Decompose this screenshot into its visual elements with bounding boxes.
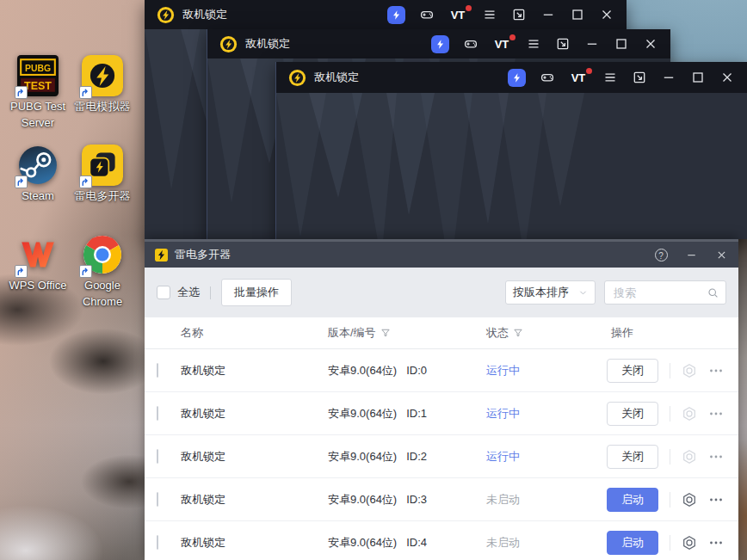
popout-icon[interactable]	[631, 69, 647, 87]
instance-name: 敌机锁定	[181, 406, 328, 422]
more-options-icon[interactable]	[708, 492, 724, 508]
boost-icon[interactable]	[387, 6, 405, 24]
desktop-wallpaper: PUBGTEST PUBG Test Server 雷电模拟器 Steam 雷电…	[0, 0, 747, 560]
table-row: 敌机锁定 安卓9.0(64位)ID:3 未启动 启动	[145, 478, 738, 521]
instance-version: 安卓9.0(64位)	[328, 406, 397, 422]
popout-icon[interactable]	[510, 6, 527, 24]
action-divider	[670, 363, 670, 378]
minimize-button[interactable]	[540, 6, 556, 24]
gamepad-icon[interactable]	[539, 69, 555, 87]
sort-dropdown[interactable]: 按版本排序	[505, 280, 596, 305]
desktop-icon-label: WPS Office	[1, 278, 75, 294]
instance-name: 敌机锁定	[181, 535, 328, 551]
close-button[interactable]	[714, 248, 728, 262]
minimize-button[interactable]	[660, 69, 676, 87]
manager-toolbar: 全选 批量操作 按版本排序	[145, 268, 738, 317]
row-checkbox[interactable]	[157, 363, 158, 378]
minimize-button[interactable]	[583, 35, 600, 53]
boost-icon[interactable]	[431, 35, 449, 53]
settings-gear-icon[interactable]	[682, 535, 697, 551]
more-options-icon[interactable]	[708, 363, 724, 378]
version-filter-icon[interactable]	[380, 328, 391, 338]
settings-gear-icon[interactable]	[682, 492, 697, 508]
row-checkbox[interactable]	[157, 492, 158, 507]
status-filter-icon[interactable]	[513, 328, 523, 338]
settings-gear-icon[interactable]	[682, 449, 697, 465]
manager-titlebar[interactable]: 雷电多开器 ?	[145, 242, 738, 268]
instance-id: ID:2	[406, 450, 427, 463]
sort-dropdown-value: 按版本排序	[513, 285, 569, 300]
desktop-icon-ld-multiplayer[interactable]: 雷电多开器	[65, 145, 139, 205]
svg-text:PUBG: PUBG	[25, 64, 51, 73]
maximize-button[interactable]	[569, 6, 585, 24]
desktop-icon-label: 雷电模拟器	[65, 99, 139, 115]
toolbar-divider	[210, 286, 211, 299]
settings-gear-icon[interactable]	[682, 406, 697, 422]
row-checkbox[interactable]	[157, 449, 158, 464]
search-input[interactable]	[612, 286, 707, 300]
desktop-icon-wps-office[interactable]: WPS Office	[1, 234, 75, 294]
vt-badge[interactable]: VT	[568, 69, 589, 87]
maximize-button[interactable]	[613, 35, 629, 53]
search-icon	[707, 287, 719, 298]
steam-icon	[17, 145, 59, 186]
table-row: 敌机锁定 安卓9.0(64位)ID:0 运行中 关闭	[145, 349, 738, 392]
row-checkbox[interactable]	[157, 406, 158, 421]
emulator-titlebar[interactable]: 敌机锁定 VT	[145, 0, 627, 29]
start-instance-button[interactable]: 启动	[607, 488, 658, 512]
instance-id: ID:1	[406, 407, 427, 420]
vt-badge[interactable]: VT	[448, 6, 468, 24]
desktop-icon-steam[interactable]: Steam	[1, 145, 75, 205]
more-options-icon[interactable]	[708, 406, 724, 422]
desktop-icon-label: PUBG Test Server	[1, 99, 75, 132]
row-checkbox[interactable]	[157, 535, 158, 550]
gamepad-icon[interactable]	[462, 35, 478, 53]
emulator-titlebar[interactable]: 敌机锁定 VT	[207, 29, 670, 58]
help-button[interactable]: ?	[654, 248, 668, 262]
more-options-icon[interactable]	[708, 535, 724, 551]
header-status: 状态	[486, 325, 509, 341]
start-instance-button[interactable]: 启动	[607, 531, 658, 555]
table-row: 敌机锁定 安卓9.0(64位)ID:1 运行中 关闭	[145, 392, 738, 435]
svg-text:TEST: TEST	[24, 80, 52, 92]
popout-icon[interactable]	[554, 35, 571, 53]
notification-dot	[466, 5, 472, 11]
maximize-button[interactable]	[689, 69, 706, 87]
instance-version: 安卓9.0(64位)	[328, 363, 397, 378]
vt-badge[interactable]: VT	[491, 35, 512, 53]
header-action: 操作	[607, 325, 633, 341]
desktop-icon-google-chrome[interactable]: Google Chrome	[65, 234, 139, 311]
desktop-icon-ldplayer[interactable]: 雷电模拟器	[65, 55, 139, 115]
instance-name: 敌机锁定	[181, 492, 328, 508]
instance-version: 安卓9.0(64位)	[328, 449, 397, 465]
desktop-icon-pubg-test-server[interactable]: PUBGTEST PUBG Test Server	[1, 55, 75, 132]
ldplayer-logo-icon	[219, 35, 238, 53]
emulator-titlebar[interactable]: 敌机锁定 VT	[276, 62, 747, 93]
select-all-checkbox[interactable]	[157, 286, 170, 299]
table-row: 敌机锁定 安卓9.0(64位)ID:4 未启动 启动	[145, 521, 738, 560]
status-text: 运行中	[486, 450, 520, 463]
shortcut-arrow-icon	[15, 175, 28, 188]
gamepad-icon[interactable]	[418, 6, 435, 24]
stop-instance-button[interactable]: 关闭	[607, 359, 658, 383]
notification-dot	[586, 68, 592, 74]
stop-instance-button[interactable]: 关闭	[607, 402, 658, 426]
close-button[interactable]	[598, 6, 614, 24]
ldplayer-icon	[82, 55, 123, 96]
instance-id: ID:0	[406, 364, 427, 377]
search-box[interactable]	[604, 280, 726, 305]
stop-instance-button[interactable]: 关闭	[607, 445, 658, 469]
minimize-button[interactable]	[684, 248, 698, 262]
settings-gear-icon[interactable]	[682, 363, 697, 378]
menu-icon[interactable]	[525, 35, 541, 53]
status-text: 未启动	[486, 536, 520, 549]
close-button[interactable]	[642, 35, 658, 53]
menu-icon[interactable]	[602, 69, 618, 87]
boost-icon[interactable]	[508, 69, 526, 87]
ld-multiplayer-icon	[82, 145, 123, 186]
batch-operations-button[interactable]: 批量操作	[221, 279, 292, 306]
menu-icon[interactable]	[481, 6, 497, 24]
status-text: 运行中	[486, 364, 520, 377]
close-button[interactable]	[719, 69, 735, 87]
more-options-icon[interactable]	[708, 449, 724, 465]
